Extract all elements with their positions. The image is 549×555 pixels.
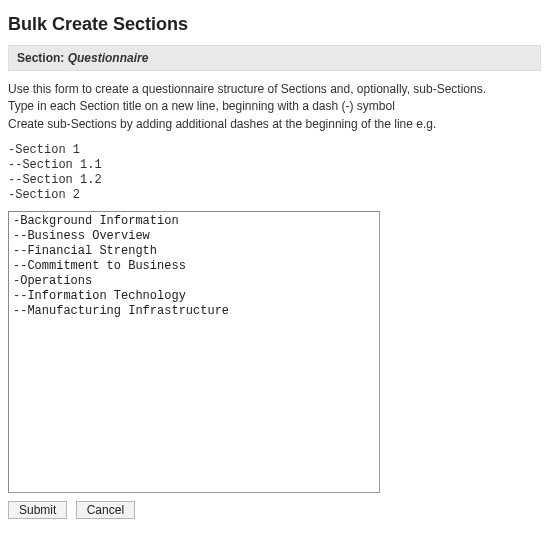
- section-header-bar: Section: Questionnaire: [8, 45, 541, 71]
- instruction-line: Create sub-Sections by adding additional…: [8, 116, 541, 133]
- submit-button[interactable]: Submit: [8, 501, 67, 519]
- cancel-button[interactable]: Cancel: [76, 501, 135, 519]
- page-title: Bulk Create Sections: [8, 14, 541, 35]
- example-block: -Section 1 --Section 1.1 --Section 1.2 -…: [8, 143, 541, 203]
- section-name: Questionnaire: [68, 51, 149, 65]
- instructions-block: Use this form to create a questionnaire …: [8, 81, 541, 133]
- instruction-line: Type in each Section title on a new line…: [8, 98, 541, 115]
- button-row: Submit Cancel: [8, 501, 541, 519]
- instruction-line: Use this form to create a questionnaire …: [8, 81, 541, 98]
- sections-textarea[interactable]: [8, 211, 380, 493]
- section-label: Section:: [17, 51, 68, 65]
